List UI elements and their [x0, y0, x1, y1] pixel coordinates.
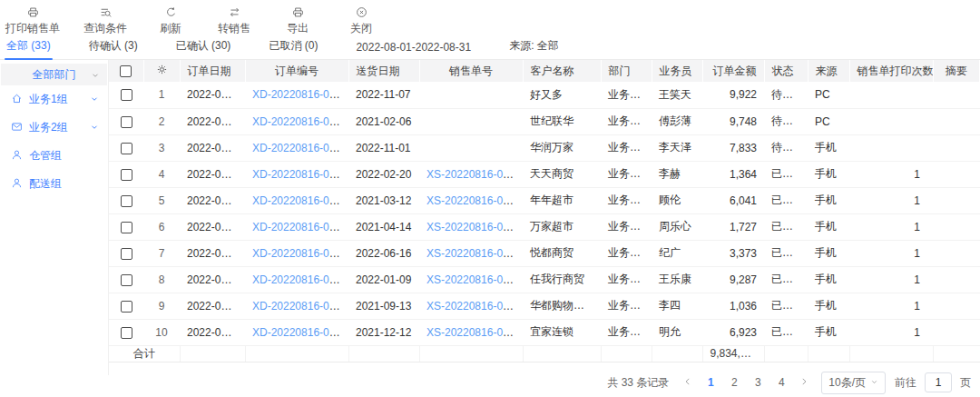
salesperson-cell: 李天泽 [652, 134, 702, 161]
order-no-link[interactable]: XD-20220816-000009 [252, 326, 348, 339]
order-no-link[interactable]: XD-20220816-000011 [252, 273, 348, 286]
amount-cell: 1,364 [702, 161, 764, 187]
sidebar-item-business-group-2[interactable]: 业务2组 [0, 114, 108, 142]
amount-cell: 9,748 [702, 108, 764, 134]
source-cell: 手机 [808, 213, 849, 240]
order-no-link[interactable]: XD-20220816-000016 [252, 142, 348, 154]
column-header-salesperson: 业务员 [652, 60, 702, 82]
order-no-link[interactable]: XD-20220816-000014 [252, 194, 348, 207]
status-cell: 已确认 [764, 187, 808, 213]
row-select-cell [109, 134, 143, 161]
next-page-button[interactable] [796, 376, 812, 389]
refresh-button[interactable]: 刷新 [151, 6, 191, 36]
row-select-cell [109, 240, 143, 266]
sales-no-link[interactable]: XS-20220816-000009 [426, 326, 523, 339]
order-no-link[interactable]: XD-20220816-000018 [252, 88, 348, 101]
tab-all[interactable]: 全部 (33) [5, 35, 53, 59]
order-no-link[interactable]: XD-20220816-000013 [252, 221, 348, 233]
column-header-summary: 摘要 [933, 60, 980, 82]
order-date-cell: 2022-08-11 [180, 213, 245, 240]
department-select[interactable]: 全部部门 [1, 64, 107, 85]
sales-no-cell [419, 108, 523, 134]
sales-no-link[interactable]: XS-20220816-000011 [426, 273, 523, 286]
delivery-date-cell: 2021-03-12 [348, 187, 419, 213]
row-checkbox[interactable] [121, 116, 132, 128]
sales-no-link[interactable]: XS-20220816-000015 [426, 168, 523, 181]
sales-no-link[interactable]: XS-20220816-000012 [426, 247, 523, 260]
sidebar-item-label: 仓管组 [29, 148, 62, 164]
row-checkbox[interactable] [121, 195, 132, 207]
sales-no-link[interactable]: XS-20220816-000010 [426, 300, 523, 313]
row-select-cell [109, 161, 143, 187]
source-cell: PC [808, 108, 849, 134]
column-header-print-count: 销售单打印次数 [849, 60, 933, 82]
date-range-filter[interactable]: 2022-08-01-2022-08-31 [354, 38, 473, 59]
sales-no-link[interactable]: XS-20220816-000014 [426, 194, 523, 207]
department-cell: 业务一部 [601, 82, 652, 108]
source-filter[interactable]: 来源: 全部 [507, 35, 561, 59]
customer-cell: 天天商贸 [523, 161, 601, 187]
page-button-4[interactable]: 4 [772, 376, 790, 389]
row-seq: 7 [143, 240, 180, 266]
customer-cell: 华润万家 [523, 134, 601, 161]
order-no-cell: XD-20220816-000018 [245, 82, 348, 108]
salesperson-cell: 王乐康 [652, 266, 702, 293]
order-no-link[interactable]: XD-20220816-000015 [252, 168, 348, 181]
row-checkbox[interactable] [121, 274, 132, 286]
row-checkbox[interactable] [121, 248, 132, 260]
gear-icon[interactable] [156, 65, 168, 78]
row-checkbox[interactable] [121, 169, 132, 181]
select-all-cell [109, 60, 143, 82]
prev-page-button[interactable] [680, 376, 696, 389]
transfer-to-sales-button[interactable]: 转销售 [214, 6, 254, 36]
amount-cell: 1,727 [702, 213, 764, 240]
order-date-cell: 2022-08-12 [180, 187, 245, 213]
print-count-cell: 1 [849, 161, 933, 187]
sales-no-cell: XS-20220816-000011 [419, 266, 523, 293]
table-row: 52022-08-12XD-20220816-0000142021-03-12X… [109, 187, 980, 213]
goto-page-input[interactable] [925, 372, 952, 392]
row-checkbox[interactable] [121, 222, 132, 233]
printer-icon [292, 6, 304, 18]
page-button-2[interactable]: 2 [725, 376, 743, 389]
tab-pending-confirm[interactable]: 待确认 (3) [87, 35, 140, 59]
customer-cell: 任我行商贸 [523, 266, 601, 293]
export-button[interactable]: 导出 [278, 6, 318, 36]
summary-cell [933, 319, 980, 345]
sales-no-link[interactable]: XS-20220816-000013 [426, 221, 523, 233]
page-size-select[interactable]: 10条/页 [821, 372, 886, 394]
query-conditions-button[interactable]: 查询条件 [83, 6, 127, 36]
order-no-link[interactable]: XD-20220816-000017 [252, 115, 348, 128]
customer-cell: 好又多 [523, 82, 601, 108]
sidebar-item-delivery-group[interactable]: 配送组 [0, 170, 108, 198]
print-sales-order-button[interactable]: 打印销售单 [5, 6, 60, 36]
close-button[interactable]: 关闭 [341, 6, 381, 36]
page-button-3[interactable]: 3 [749, 376, 767, 389]
status-cell: 已确认 [764, 266, 808, 293]
order-date-cell: 2022-08-14 [180, 134, 245, 161]
row-checkbox[interactable] [121, 301, 132, 313]
tab-cancelled[interactable]: 已取消 (0) [267, 35, 319, 59]
sidebar-item-warehouse-group[interactable]: 仓管组 [0, 142, 108, 170]
row-checkbox[interactable] [121, 89, 132, 101]
source-cell: 手机 [808, 319, 849, 345]
order-no-cell: XD-20220816-000017 [245, 108, 348, 134]
sidebar-item-business-group-1[interactable]: 业务1组 [0, 85, 108, 114]
row-checkbox[interactable] [121, 327, 132, 339]
table-row: 102022-04-11XD-20220816-0000092021-12-12… [109, 319, 980, 345]
tool-button-label: 打印销售单 [5, 21, 60, 36]
order-no-link[interactable]: XD-20220816-000010 [252, 300, 348, 313]
department-cell: 业务一部 [601, 161, 652, 187]
department-cell: 业务二部 [601, 240, 652, 266]
order-no-link[interactable]: XD-20220816-000012 [252, 247, 348, 260]
salesperson-cell: 李赫 [652, 161, 702, 187]
row-checkbox[interactable] [121, 143, 132, 154]
sales-no-cell: XS-20220816-000015 [419, 161, 523, 187]
tab-confirmed[interactable]: 已确认 (30) [174, 35, 233, 59]
orders-table-panel: 订单日期 订单编号 送货日期 销售单号 客户名称 部门 业务员 订单金额 状态 … [109, 60, 980, 375]
print-count-cell: 1 [849, 187, 933, 213]
tool-button-label: 查询条件 [83, 21, 127, 36]
column-header-order-no: 订单编号 [245, 60, 348, 82]
select-all-checkbox[interactable] [120, 65, 132, 77]
page-button-1[interactable]: 1 [701, 376, 720, 389]
